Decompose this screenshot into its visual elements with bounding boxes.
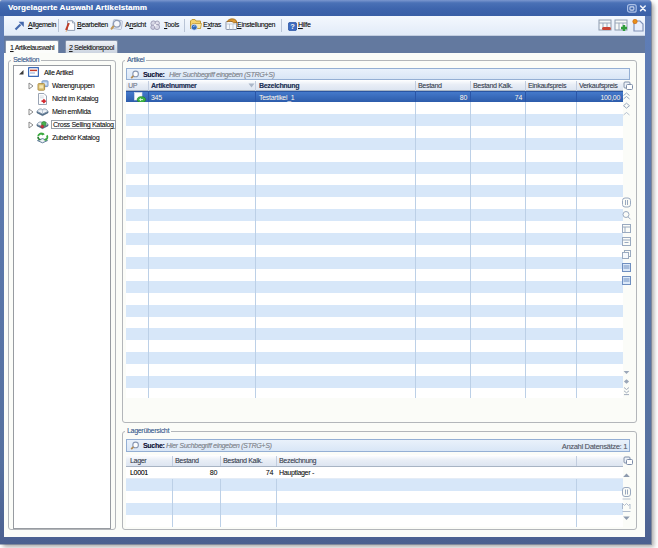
svg-text:?: ? bbox=[290, 22, 295, 31]
